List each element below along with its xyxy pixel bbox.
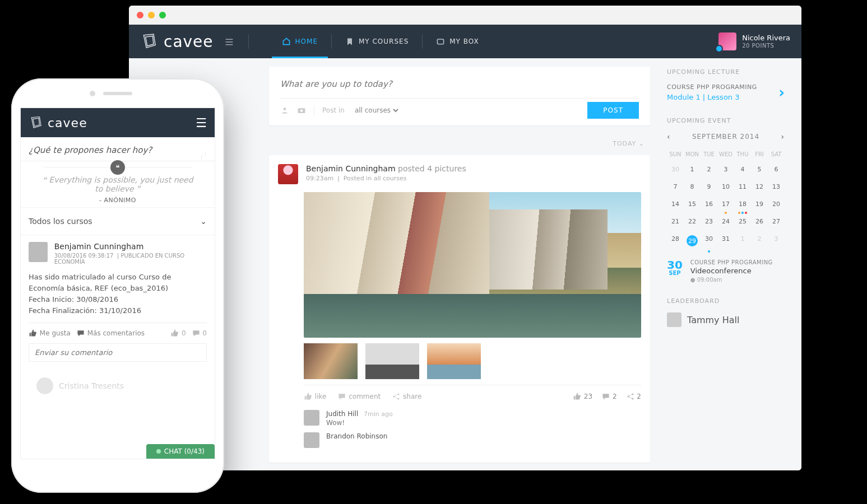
nav-my-courses[interactable]: MY COURSES — [335, 25, 419, 58]
logo-icon — [140, 32, 158, 50]
calendar-day[interactable]: 25 — [734, 213, 751, 230]
quote-author: - ANÓNIMO — [38, 197, 198, 204]
mobile-post-date: 30/08/2016 09:38:17 — [54, 253, 114, 259]
calendar-dow: THU — [734, 148, 751, 161]
calendar-day[interactable]: 30 — [667, 161, 684, 178]
comment-author[interactable]: Brandon Robinson — [326, 432, 387, 440]
calendar-dow: SAT — [768, 148, 785, 161]
calendar-day[interactable]: 17 — [717, 195, 734, 213]
post-button[interactable]: POST — [587, 102, 639, 119]
calendar-day[interactable]: 26 — [751, 213, 768, 230]
feed-filter[interactable]: TODAY ⌄ — [269, 137, 650, 155]
comment-avatar[interactable] — [304, 410, 319, 426]
calendar-day[interactable]: 1 — [734, 230, 751, 251]
mobile-courses-dropdown[interactable]: Todos los cursos ⌄ — [21, 207, 215, 235]
bookmark-icon — [345, 37, 354, 46]
comment-author[interactable]: Judith Hill — [326, 410, 358, 418]
brand-logo[interactable]: cavee — [140, 32, 214, 51]
mobile-more-comments[interactable]: Más comentarios — [76, 329, 145, 338]
postin-select[interactable]: all courses — [353, 106, 400, 115]
calendar-day[interactable]: 30 — [701, 230, 717, 251]
calendar-day[interactable]: 12 — [751, 178, 768, 195]
mobile-hamburger-icon[interactable]: ☰ — [196, 116, 207, 130]
calendar-day[interactable]: 2 — [701, 161, 717, 178]
share-button[interactable]: share — [392, 392, 421, 401]
mobile-chat-bar[interactable]: CHAT (0/43) — [146, 444, 215, 459]
calendar-day[interactable]: 31 — [717, 230, 734, 251]
post-thumbnail[interactable] — [365, 343, 419, 379]
calendar-dow: TUE — [701, 148, 717, 161]
mobile-like-button[interactable]: Me gusta — [29, 329, 71, 338]
user-menu[interactable]: Nicole Rivera 20 POINTS — [718, 32, 790, 50]
calendar-day[interactable]: 2 — [751, 230, 768, 251]
nav-my-box[interactable]: MY BOX — [426, 25, 489, 58]
calendar-day[interactable]: 14 — [667, 195, 684, 213]
calendar-next[interactable]: › — [781, 132, 785, 141]
window-close-icon[interactable] — [137, 12, 143, 18]
calendar-day[interactable]: 20 — [768, 195, 785, 213]
post-author-avatar[interactable] — [278, 164, 298, 184]
mobile-compose-input[interactable]: ¿Qué te propones hacer hoy? ⟋⟋ — [21, 137, 215, 161]
calendar-day[interactable]: 15 — [684, 195, 701, 213]
calendar-dow: MON — [684, 148, 701, 161]
thumb-up-icon — [573, 392, 582, 401]
calendar-day[interactable]: 4 — [734, 161, 751, 178]
calendar-day[interactable]: 22 — [684, 213, 701, 230]
mobile-comment-input[interactable] — [29, 343, 207, 362]
calendar-day[interactable]: 19 — [751, 195, 768, 213]
calendar-day[interactable]: 5 — [751, 161, 768, 178]
nav-home[interactable]: HOME — [272, 25, 328, 58]
calendar-day[interactable]: 16 — [701, 195, 717, 213]
event-card[interactable]: 30 SEP COURSE PHP PROGRAMING Videoconfer… — [667, 259, 785, 283]
comment-button[interactable]: comment — [337, 392, 381, 401]
calendar-day[interactable]: 3 — [717, 161, 734, 178]
share-count: 2 — [626, 392, 641, 401]
post-thumbnail[interactable] — [304, 343, 358, 379]
calendar-day[interactable]: 18 — [734, 195, 751, 213]
calendar-day[interactable]: 6 — [768, 161, 785, 178]
post-author-name[interactable]: Benjamin Cunningham — [306, 164, 396, 173]
post-main-image[interactable] — [304, 192, 641, 338]
window-zoom-icon[interactable] — [159, 12, 166, 18]
chevron-right-icon: › — [778, 84, 785, 101]
post-header: Benjamin Cunningham posted 4 pictures 09… — [278, 164, 641, 184]
feed-filter-label: TODAY — [613, 140, 636, 147]
post-posted-in: Posted in all courses — [344, 175, 407, 182]
mobile-post-avatar[interactable] — [29, 242, 48, 262]
calendar-day[interactable]: 11 — [734, 178, 751, 195]
mobile-post-author[interactable]: Benjamin Cunningham — [54, 242, 207, 251]
comment-avatar[interactable] — [304, 432, 319, 448]
window-minimize-icon[interactable] — [148, 12, 155, 18]
calendar-day[interactable]: 10 — [717, 178, 734, 195]
nav-separator — [422, 34, 423, 49]
calendar-day[interactable]: 8 — [684, 178, 701, 195]
post-thumbnail[interactable] — [427, 343, 481, 379]
camera-icon[interactable] — [297, 106, 306, 115]
calendar-day[interactable]: 29 — [684, 230, 701, 251]
calendar-day[interactable]: 21 — [667, 213, 684, 230]
feed-post: Benjamin Cunningham posted 4 pictures 09… — [269, 155, 650, 463]
tag-user-icon[interactable] — [280, 106, 289, 115]
like-button[interactable]: like — [304, 392, 326, 401]
calendar-prev[interactable]: ‹ — [667, 132, 671, 141]
quote-text: ❝ Everything is possible, you just need … — [38, 175, 198, 193]
calendar-day[interactable]: 27 — [768, 213, 785, 230]
post-comments: Judith Hill 7min ago Wow! Brandon Robins… — [304, 403, 641, 448]
calendar-day[interactable]: 3 — [768, 230, 785, 251]
upcoming-lecture-card[interactable]: COURSE PHP PROGRAMING Module 1 | Lesson … — [667, 83, 785, 101]
calendar-day[interactable]: 13 — [768, 178, 785, 195]
calendar-day[interactable]: 1 — [684, 161, 701, 178]
calendar-day[interactable]: 9 — [701, 178, 717, 195]
compose-input[interactable] — [280, 76, 639, 99]
leaderboard-item[interactable]: Tammy Hall — [667, 312, 785, 327]
calendar-day[interactable]: 28 — [667, 230, 684, 251]
calendar-day[interactable]: 24 — [717, 213, 734, 230]
desktop-window: cavee HOME MY COURSES MY BOX — [129, 6, 801, 470]
mobile-next-author: Cristina Tresents — [59, 381, 124, 390]
share-icon — [392, 392, 401, 401]
mobile-brand-logo[interactable]: cavee — [29, 115, 87, 130]
post-time: 09:23am — [306, 175, 333, 182]
calendar-day[interactable]: 23 — [701, 213, 717, 230]
hamburger-icon[interactable] — [225, 36, 234, 47]
calendar-day[interactable]: 7 — [667, 178, 684, 195]
